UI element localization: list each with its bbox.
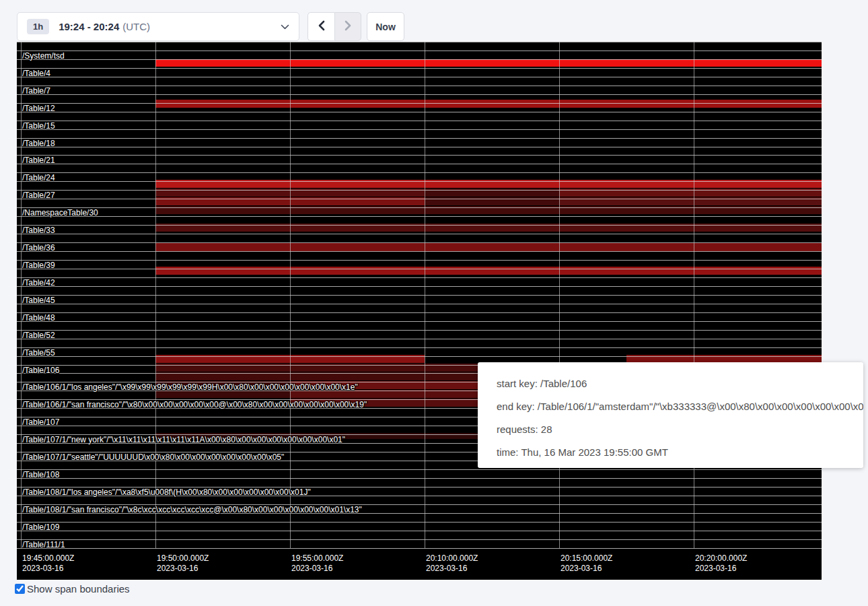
span-boundary-line bbox=[17, 225, 822, 226]
previous-interval-button[interactable] bbox=[308, 12, 334, 41]
span-boundary-line bbox=[17, 181, 822, 182]
span-boundary-line bbox=[17, 147, 822, 147]
tooltip-end-key: end key: /Table/106/1/"amsterdam"/"\xb33… bbox=[497, 395, 863, 418]
row-label: /Table/106/1/"los angeles"/"\x99\x99\x99… bbox=[22, 383, 358, 391]
key-visualizer-heatmap[interactable]: /System/tsd/Table/4/Table/7/Table/12/Tab… bbox=[17, 42, 822, 580]
x-axis-date: 2023-03-16 bbox=[426, 564, 478, 574]
span-boundary-line bbox=[17, 207, 822, 208]
span-boundary-line bbox=[17, 112, 822, 112]
span-boundary-line bbox=[17, 277, 822, 278]
span-boundary-line bbox=[17, 478, 822, 479]
x-axis-time: 20:20:00.000Z bbox=[695, 553, 747, 564]
time-range-text: 19:24 - 20:24 bbox=[59, 21, 119, 32]
span-boundary-line bbox=[17, 42, 822, 42]
next-interval-button-disabled[interactable] bbox=[334, 12, 361, 41]
x-axis-label: 20:15:00.000Z2023-03-16 bbox=[560, 553, 612, 574]
row-label: /Table/107/1/"seattle"/"UUUUUUD\x00\x80\… bbox=[22, 453, 284, 461]
span-boundary-line bbox=[17, 129, 822, 130]
time-bucket-line bbox=[21, 42, 22, 548]
span-boundary-line bbox=[17, 121, 822, 121]
span-boundary-line bbox=[17, 77, 822, 77]
row-label: /Table/107 bbox=[22, 418, 59, 426]
heatmap-band[interactable] bbox=[155, 267, 822, 275]
row-label: /Table/55 bbox=[22, 349, 55, 357]
show-span-boundaries-label: Show span boundaries bbox=[27, 583, 130, 595]
row-label: /Table/27 bbox=[22, 191, 55, 199]
timezone-text: (UTC) bbox=[122, 21, 150, 32]
row-label: /Table/108/1/"los angeles"/"\xa8\xf5\u00… bbox=[22, 488, 311, 496]
row-label: /Table/108/1/"san francisco"/"\x8c\xcc\x… bbox=[22, 506, 362, 514]
x-axis-date: 2023-03-16 bbox=[695, 564, 747, 574]
span-boundary-line bbox=[17, 251, 822, 252]
row-label: /Table/48 bbox=[22, 314, 55, 322]
span-boundary-line bbox=[17, 172, 822, 173]
chevron-left-icon bbox=[318, 20, 326, 34]
row-label: /Table/18 bbox=[22, 139, 55, 147]
row-label: /System/tsd bbox=[22, 52, 65, 60]
x-axis-label: 19:45:00.000Z2023-03-16 bbox=[22, 553, 74, 574]
span-boundary-line bbox=[17, 304, 822, 304]
heatmap-plot[interactable]: /System/tsd/Table/4/Table/7/Table/12/Tab… bbox=[17, 42, 822, 548]
span-boundary-line bbox=[17, 531, 822, 531]
span-boundary-line bbox=[17, 312, 822, 313]
row-label: /Table/108 bbox=[22, 471, 59, 479]
span-boundary-line bbox=[17, 356, 822, 357]
tooltip-requests: requests: 28 bbox=[497, 418, 863, 441]
span-boundary-line bbox=[17, 321, 822, 322]
span-boundary-line bbox=[17, 269, 822, 269]
row-label: /Table/7 bbox=[22, 87, 50, 95]
x-axis-label: 20:20:00.000Z2023-03-16 bbox=[695, 553, 747, 574]
span-boundary-line bbox=[17, 94, 822, 95]
row-label: /Table/21 bbox=[22, 156, 55, 164]
time-bucket-line bbox=[425, 42, 425, 548]
heatmap-band[interactable] bbox=[155, 59, 822, 67]
x-axis-label: 19:55:00.000Z2023-03-16 bbox=[291, 553, 343, 574]
show-span-boundaries-checkbox[interactable] bbox=[15, 584, 25, 594]
chevron-right-icon bbox=[344, 20, 352, 34]
span-boundary-line bbox=[17, 138, 822, 139]
span-boundary-line bbox=[17, 86, 822, 86]
time-nav-group bbox=[308, 12, 361, 41]
x-axis-label: 20:10:00.000Z2023-03-16 bbox=[426, 553, 478, 574]
time-bucket-line bbox=[559, 42, 560, 548]
x-axis-time: 20:15:00.000Z bbox=[560, 553, 612, 564]
span-boundary-line bbox=[17, 155, 822, 156]
row-label: /Table/109 bbox=[22, 523, 59, 531]
row-label: /Table/15 bbox=[22, 122, 55, 130]
span-boundary-line bbox=[17, 347, 822, 348]
span-boundary-line bbox=[17, 190, 822, 191]
x-axis-time: 20:10:00.000Z bbox=[426, 553, 478, 564]
row-label: /Table/4 bbox=[22, 69, 50, 77]
x-axis-date: 2023-03-16 bbox=[560, 564, 612, 574]
span-boundary-line bbox=[17, 164, 822, 164]
span-boundary-line bbox=[17, 59, 822, 60]
time-bucket-line bbox=[694, 42, 694, 548]
heatmap-band[interactable] bbox=[155, 100, 822, 108]
row-label: /Table/45 bbox=[22, 296, 55, 304]
toolbar: 1h 19:24 - 20:24 (UTC) Now bbox=[17, 12, 404, 41]
time-bucket-line bbox=[155, 42, 156, 548]
row-label: /Table/24 bbox=[22, 174, 55, 182]
tooltip-time: time: Thu, 16 Mar 2023 19:55:00 GMT bbox=[497, 441, 863, 464]
span-boundary-line bbox=[17, 295, 822, 296]
span-boundary-line bbox=[17, 260, 822, 261]
time-bucket-line bbox=[290, 42, 291, 548]
heatmap-band[interactable] bbox=[155, 243, 822, 251]
row-label: /Table/42 bbox=[22, 279, 55, 287]
now-button[interactable]: Now bbox=[367, 12, 404, 41]
chevron-down-icon bbox=[281, 24, 289, 30]
time-range-selector[interactable]: 1h 19:24 - 20:24 (UTC) bbox=[17, 12, 299, 41]
x-axis-time: 19:45:00.000Z bbox=[22, 553, 74, 564]
row-label: /Table/107/1/"new york"/"\x11\x11\x11\x1… bbox=[22, 436, 345, 444]
row-label: /NamespaceTable/30 bbox=[22, 209, 98, 217]
span-boundary-line bbox=[17, 68, 822, 69]
tooltip-start-key: start key: /Table/106 bbox=[497, 372, 863, 395]
row-label: /Table/106/1/"san francisco"/"\x80\x00\x… bbox=[22, 401, 367, 409]
bucket-tooltip: start key: /Table/106 end key: /Table/10… bbox=[478, 362, 863, 468]
span-boundary-line bbox=[17, 330, 822, 331]
span-boundary-line bbox=[17, 234, 822, 234]
span-boundary-line bbox=[17, 469, 822, 470]
row-label: /Table/12 bbox=[22, 104, 55, 112]
span-boundary-line bbox=[17, 199, 822, 199]
x-axis: 19:45:00.000Z2023-03-1619:50:00.000Z2023… bbox=[17, 548, 822, 580]
